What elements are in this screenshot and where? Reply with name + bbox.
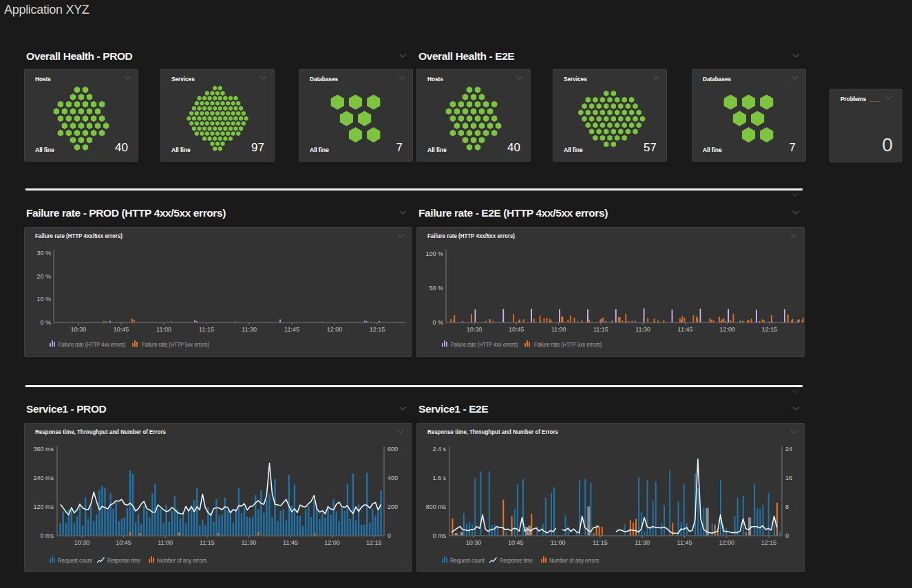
svg-text:10:45: 10:45 [116, 539, 131, 546]
svg-text:11:45: 11:45 [283, 539, 298, 546]
svg-text:0 ms: 0 ms [40, 532, 54, 539]
svg-text:11:45: 11:45 [677, 539, 692, 546]
svg-text:20 %: 20 % [36, 273, 51, 280]
svg-text:50 %: 50 % [429, 285, 443, 292]
svg-text:Response time: Response time [107, 556, 140, 564]
svg-text:Number of any errors: Number of any errors [549, 556, 599, 564]
svg-text:11:00: 11:00 [158, 539, 173, 546]
svg-text:Request count: Request count [450, 556, 485, 564]
svg-text:12:15: 12:15 [762, 326, 778, 333]
svg-text:11:30: 11:30 [635, 326, 650, 333]
svg-text:12:15: 12:15 [366, 539, 382, 546]
svg-text:11:30: 11:30 [242, 326, 257, 333]
svg-text:11:45: 11:45 [678, 326, 693, 333]
svg-text:2.4 s: 2.4 s [432, 446, 446, 453]
svg-text:1.6 s: 1.6 s [432, 475, 446, 481]
svg-text:360 ms: 360 ms [33, 446, 54, 453]
svg-text:8: 8 [785, 503, 789, 510]
svg-text:0: 0 [388, 532, 391, 539]
svg-text:10:30: 10:30 [71, 326, 87, 333]
svg-text:11:15: 11:15 [593, 326, 608, 333]
svg-text:12:00: 12:00 [324, 539, 340, 546]
svg-text:Request count: Request count [58, 556, 92, 564]
svg-text:240 ms: 240 ms [33, 475, 54, 481]
svg-text:11:00: 11:00 [551, 326, 566, 333]
svg-text:11:15: 11:15 [593, 539, 608, 546]
svg-text:Failure rate (HTTP 4xx/5xx err: Failure rate (HTTP 4xx/5xx errors) [427, 232, 515, 239]
svg-text:11:00: 11:00 [156, 326, 171, 333]
svg-text:16: 16 [785, 475, 792, 481]
svg-text:24: 24 [785, 446, 792, 453]
svg-text:Failure rate (HTTP 4xx/5xx err: Failure rate (HTTP 4xx/5xx errors) [35, 232, 123, 239]
svg-text:120 ms: 120 ms [33, 503, 54, 510]
svg-text:Response time, Throughput and: Response time, Throughput and Number of … [35, 428, 166, 435]
svg-text:Failure rate (HTTP 4xx errors): Failure rate (HTTP 4xx errors) [59, 340, 126, 348]
svg-text:200: 200 [388, 503, 398, 510]
svg-text:600: 600 [388, 446, 398, 453]
svg-text:10:30: 10:30 [467, 326, 482, 333]
svg-text:12:15: 12:15 [761, 539, 777, 546]
svg-text:Failure rate (HTTP 5xx errors): Failure rate (HTTP 5xx errors) [534, 340, 602, 348]
svg-text:400: 400 [388, 475, 398, 481]
svg-text:30 %: 30 % [36, 250, 51, 257]
svg-text:11:30: 11:30 [241, 539, 256, 546]
svg-text:0 %: 0 % [40, 319, 51, 326]
svg-text:11:00: 11:00 [551, 539, 566, 546]
svg-text:Failure rate (HTTP 4xx errors): Failure rate (HTTP 4xx errors) [451, 340, 518, 348]
svg-text:800 ms: 800 ms [425, 503, 446, 510]
svg-text:12:15: 12:15 [370, 326, 385, 333]
svg-text:12:00: 12:00 [327, 326, 343, 333]
svg-text:0 %: 0 % [432, 319, 443, 326]
svg-text:10:30: 10:30 [74, 539, 90, 546]
svg-text:0 ms: 0 ms [432, 532, 446, 539]
svg-text:100 %: 100 % [425, 250, 443, 257]
svg-text:11:15: 11:15 [200, 539, 215, 546]
svg-text:11:45: 11:45 [284, 326, 299, 333]
svg-text:Failure rate (HTTP 5xx errors): Failure rate (HTTP 5xx errors) [142, 340, 209, 348]
svg-text:10:45: 10:45 [114, 326, 129, 333]
svg-text:12:00: 12:00 [720, 326, 736, 333]
svg-text:11:15: 11:15 [199, 326, 214, 333]
svg-text:0: 0 [785, 532, 789, 539]
svg-text:10 %: 10 % [36, 296, 51, 303]
svg-text:10:30: 10:30 [466, 539, 482, 546]
svg-text:10:45: 10:45 [508, 539, 524, 546]
svg-text:10:45: 10:45 [509, 326, 524, 333]
svg-text:11:30: 11:30 [635, 539, 650, 546]
svg-text:12:00: 12:00 [719, 539, 735, 546]
svg-text:Number of any errors: Number of any errors [157, 556, 206, 564]
svg-text:Response time, Throughput and: Response time, Throughput and Number of … [427, 428, 558, 435]
svg-text:Response time: Response time [500, 556, 533, 564]
